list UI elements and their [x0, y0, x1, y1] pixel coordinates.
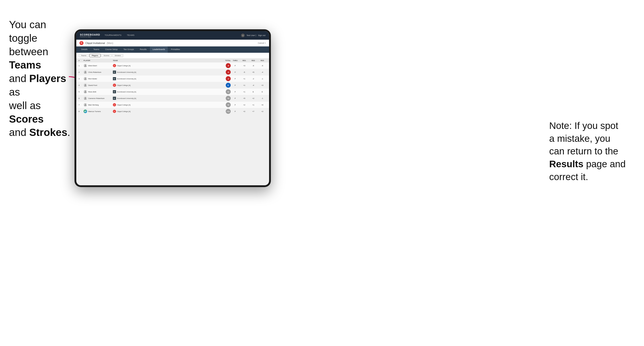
team-logo: S	[113, 71, 116, 74]
tabs-nav: Details Teams Course Setup Tee Groups Re…	[76, 46, 269, 53]
tournament-title: C Clippd Invitational (Men)	[80, 41, 113, 45]
avatar	[84, 64, 87, 67]
table-row: 1 Elliot Ebert C Clippd College [A] -8 F…	[76, 62, 269, 69]
avatar	[84, 90, 87, 94]
tablet-frame: SCOREBOARD Powered by clippd TOURNAMENTS…	[74, 29, 271, 187]
tab-results[interactable]: Results	[137, 46, 150, 53]
svg-text:S: S	[114, 71, 115, 73]
avatar	[84, 83, 87, 87]
avatar	[84, 103, 87, 107]
team-logo: C	[113, 103, 116, 106]
nav-teams[interactable]: TEAMS	[127, 34, 134, 37]
app-header: SCOREBOARD Powered by clippd TOURNAMENTS…	[76, 31, 269, 40]
scoreboard-logo: SCOREBOARD Powered by clippd	[80, 33, 100, 37]
user-label: Test User |	[246, 34, 256, 36]
team-logo: S	[113, 90, 116, 93]
score-badge: +6	[226, 102, 231, 107]
svg-point-15	[85, 104, 86, 105]
score-badge: E	[226, 83, 231, 88]
tab-details[interactable]: Details	[78, 46, 90, 53]
left-annotation: You can toggle between Teams and Players…	[9, 18, 72, 139]
signout-link[interactable]: Sign out	[258, 34, 266, 36]
leaderboard-table: # PLAYER TEAM TOTAL THRU RD1 RD2 RD3 1 E…	[76, 59, 269, 115]
team-logo: S	[113, 97, 116, 100]
table-row: 8 MT Marcus Turners C Clippd College [A]…	[76, 108, 269, 115]
tab-tee-groups[interactable]: Tee Groups	[121, 46, 137, 53]
table-row: 4 David Ford C Clippd College [A] E F +1…	[76, 82, 269, 89]
header-nav: TOURNAMENTS TEAMS	[104, 34, 134, 37]
table-row: 6 Cameron Robertson S Scoreboard Univers…	[76, 95, 269, 102]
player-cell: Blair McHarg	[84, 103, 113, 107]
sub-tabs: Teams Players Scores Strokes	[76, 53, 269, 59]
player-cell: Rich Butler	[84, 77, 113, 80]
subtab-teams[interactable]: Teams	[78, 54, 89, 57]
svg-point-8	[85, 84, 86, 85]
player-cell: Elliot Ebert	[84, 64, 113, 67]
nav-tournaments[interactable]: TOURNAMENTS	[104, 34, 122, 37]
tab-teams[interactable]: Teams	[91, 46, 102, 53]
score-badge: -2	[226, 76, 231, 81]
avatar	[84, 70, 87, 74]
table-row: 7 Blair McHarg C Clippd College [A] +6 F…	[76, 102, 269, 108]
svg-point-5	[85, 78, 86, 79]
tournament-name: Clippd Invitational	[85, 42, 105, 44]
player-cell: Cameron Robertson	[84, 96, 113, 100]
score-badge: -8	[226, 63, 231, 68]
avatar: MT	[84, 110, 87, 113]
team-logo: C	[113, 84, 116, 87]
svg-text:S: S	[114, 78, 115, 80]
player-cell: Chris Robertson	[84, 70, 113, 74]
svg-text:S: S	[114, 98, 115, 99]
subtab-strokes[interactable]: Strokes	[112, 54, 123, 57]
team-cell: C Clippd College [A]	[113, 84, 217, 87]
table-row: 5 Rees Britt S Scoreboard University [A]…	[76, 89, 269, 95]
svg-point-1	[85, 64, 86, 66]
tournament-logo: C	[80, 41, 84, 45]
logo-text: SCOREBOARD	[80, 33, 100, 36]
tablet-screen: SCOREBOARD Powered by clippd TOURNAMENTS…	[76, 31, 269, 185]
team-cell: C Clippd College [A]	[113, 103, 217, 106]
subtab-scores[interactable]: Scores	[101, 54, 112, 57]
avatar	[84, 96, 87, 100]
avatar	[84, 77, 87, 80]
team-logo: S	[113, 77, 116, 80]
player-cell: MT Marcus Turners	[84, 110, 113, 113]
score-badge: -4	[226, 70, 231, 75]
table-header: # PLAYER TEAM TOTAL THRU RD1 RD2 RD3	[76, 59, 269, 62]
tab-course-setup[interactable]: Course Setup	[102, 46, 120, 53]
score-badge: +6	[226, 96, 231, 101]
subtab-players[interactable]: Players	[90, 54, 101, 57]
svg-text:S: S	[114, 91, 115, 93]
team-cell: S Scoreboard University [A]	[113, 97, 217, 100]
svg-point-2	[85, 71, 86, 72]
player-cell: Rees Britt	[84, 90, 113, 94]
svg-point-12	[85, 97, 86, 99]
team-cell: S Scoreboard University [A]	[113, 90, 217, 93]
team-cell: C Clippd College [A]	[113, 64, 217, 67]
player-cell: David Ford	[84, 83, 113, 87]
header-left: SCOREBOARD Powered by clippd TOURNAMENTS…	[80, 33, 134, 37]
table-row: 2 Chris Robertson S Scoreboard Universit…	[76, 69, 269, 75]
table-row: 3 Rich Butler S Scoreboard University [A…	[76, 75, 269, 82]
cancel-button[interactable]: Cancel ×	[258, 42, 266, 44]
team-cell: S Scoreboard University [A]	[113, 71, 217, 74]
tab-leaderboards[interactable]: Leaderboards	[150, 46, 168, 53]
score-badge: +1	[226, 89, 231, 94]
tournament-gender: (Men)	[107, 42, 113, 44]
svg-point-9	[85, 91, 86, 92]
tournament-header: C Clippd Invitational (Men) Cancel ×	[76, 40, 269, 46]
right-annotation: Note: If you spot a mistake, you can ret…	[549, 120, 635, 183]
tab-printables[interactable]: Printables	[168, 46, 182, 53]
team-cell: S Scoreboard University [A]	[113, 77, 217, 80]
team-logo: C	[113, 64, 116, 67]
user-avatar: U	[241, 34, 245, 37]
header-right: U Test User | Sign out	[241, 34, 266, 37]
score-badge: +11	[226, 109, 231, 114]
team-logo: C	[113, 110, 116, 113]
powered-by-text: Powered by clippd	[80, 36, 100, 37]
team-cell: C Clippd College [A]	[113, 110, 217, 113]
